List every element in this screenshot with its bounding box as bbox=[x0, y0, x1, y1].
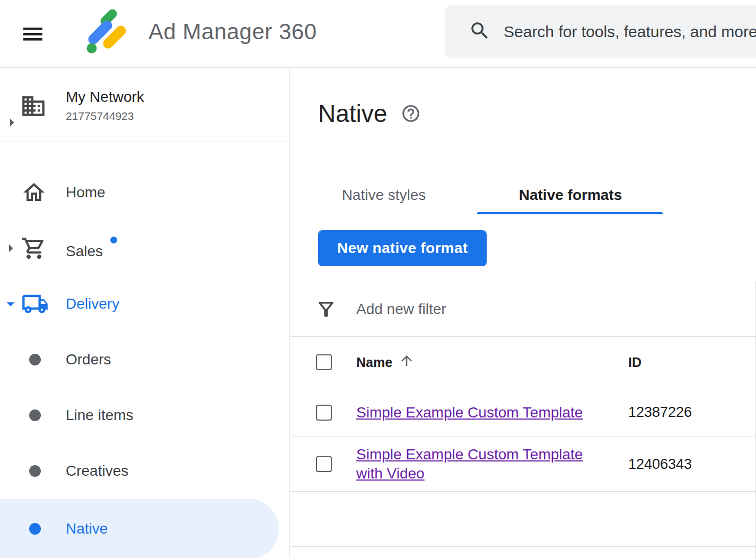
tabs: Native styles Native formats bbox=[291, 176, 756, 214]
table-header-row: Name ID bbox=[291, 336, 756, 388]
sidebar-item-label: Orders bbox=[66, 351, 111, 368]
tab-label: Native styles bbox=[342, 187, 426, 204]
row-id: 12406343 bbox=[628, 456, 692, 473]
app-title: Ad Manager 360 bbox=[148, 19, 317, 45]
chevron-right-icon bbox=[1, 239, 20, 258]
native-format-link[interactable]: Simple Example Custom Template with Vide… bbox=[356, 446, 583, 482]
sidebar-item-creatives[interactable]: Creatives bbox=[0, 443, 289, 499]
bullet-icon bbox=[29, 523, 41, 535]
sidebar-item-label: Creatives bbox=[66, 463, 128, 479]
hamburger-icon bbox=[20, 40, 46, 48]
sidebar-item-sales[interactable]: Sales bbox=[0, 220, 289, 276]
chevron-down-icon bbox=[1, 294, 20, 313]
sidebar-item-label: Delivery bbox=[66, 295, 119, 312]
row-id: 12387226 bbox=[628, 404, 692, 421]
sidebar-item-orders[interactable]: Orders bbox=[0, 332, 289, 387]
building-icon bbox=[20, 93, 47, 121]
row-checkbox[interactable] bbox=[316, 456, 332, 472]
topbar: Ad Manager 360 bbox=[0, 0, 756, 68]
sidebar-item-label: Native bbox=[66, 520, 108, 537]
truck-icon bbox=[21, 290, 49, 318]
sidebar-item-label: Line items bbox=[66, 407, 134, 424]
ad-manager-logo bbox=[78, 6, 129, 59]
tab-native-styles[interactable]: Native styles bbox=[291, 176, 477, 214]
sidebar-item-native[interactable]: Native bbox=[0, 499, 289, 558]
tab-label: Native formats bbox=[519, 187, 622, 204]
sidebar-item-delivery[interactable]: Delivery bbox=[0, 276, 289, 332]
sidebar-item-label: Home bbox=[66, 184, 106, 201]
bullet-icon bbox=[29, 409, 41, 421]
page-title: Native bbox=[318, 99, 387, 128]
page-header: Native bbox=[318, 99, 421, 128]
sidebar: My Network 21775744923 Home Sales bbox=[0, 68, 290, 558]
column-header-id[interactable]: ID bbox=[628, 355, 641, 370]
add-filter-label: Add new filter bbox=[356, 301, 446, 318]
network-selector[interactable]: My Network 21775744923 bbox=[0, 68, 289, 142]
new-native-format-button[interactable]: New native format bbox=[318, 230, 487, 266]
column-header-name[interactable]: Name bbox=[356, 353, 612, 372]
network-name: My Network bbox=[66, 89, 144, 106]
cart-icon bbox=[21, 236, 47, 261]
table-empty-row bbox=[291, 491, 756, 547]
search-box[interactable] bbox=[445, 5, 756, 58]
active-item-highlight bbox=[0, 499, 279, 558]
bullet-icon bbox=[29, 465, 41, 477]
main-content: Native Native styles Native formats New … bbox=[291, 68, 756, 558]
filter-bar[interactable]: Add new filter bbox=[291, 282, 756, 336]
sidebar-item-line-items[interactable]: Line items bbox=[0, 387, 289, 443]
native-formats-table: Name ID Simple Example Custom Template 1… bbox=[291, 336, 756, 547]
table-row: Simple Example Custom Template with Vide… bbox=[291, 437, 756, 491]
home-icon bbox=[21, 180, 47, 205]
sidebar-item-label: Sales bbox=[66, 237, 117, 260]
tab-native-formats[interactable]: Native formats bbox=[477, 176, 664, 214]
row-checkbox[interactable] bbox=[316, 405, 332, 421]
network-id: 21775744923 bbox=[66, 110, 144, 123]
chevron-right-icon bbox=[2, 113, 21, 134]
filter-icon bbox=[315, 298, 337, 320]
select-all-checkbox[interactable] bbox=[316, 354, 332, 370]
active-tab-indicator bbox=[477, 212, 663, 214]
sidebar-nav-list: Home Sales Delivery Orders bbox=[0, 142, 289, 558]
hamburger-menu-button[interactable] bbox=[20, 21, 46, 48]
native-format-link[interactable]: Simple Example Custom Template bbox=[356, 404, 583, 421]
notification-dot bbox=[110, 237, 117, 243]
table-row: Simple Example Custom Template 12387226 bbox=[291, 388, 756, 437]
search-input[interactable] bbox=[504, 16, 756, 48]
search-icon bbox=[469, 20, 491, 44]
sidebar-item-home[interactable]: Home bbox=[0, 164, 289, 220]
help-button[interactable] bbox=[401, 103, 421, 124]
sort-ascending-icon bbox=[399, 353, 415, 372]
bullet-icon bbox=[29, 354, 41, 365]
help-icon bbox=[401, 117, 421, 125]
